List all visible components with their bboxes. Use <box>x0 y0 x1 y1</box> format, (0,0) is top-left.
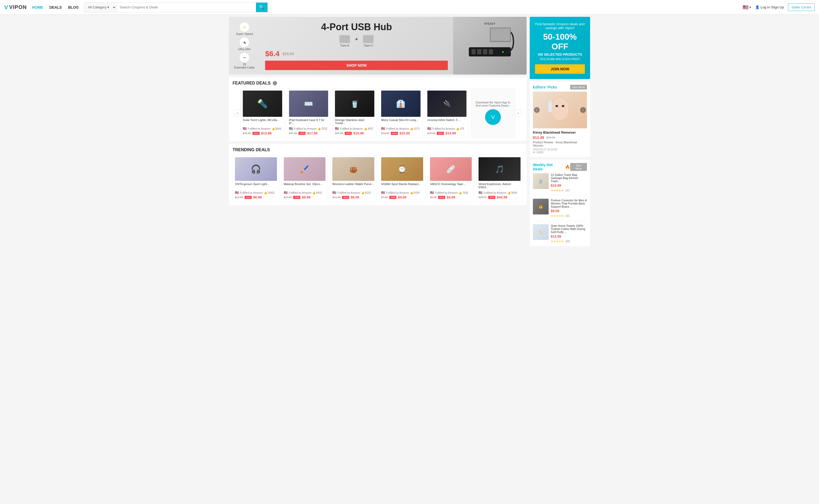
trending-meta-1: 🇺🇸 Fulfilled by Amazon 👍 8432 <box>284 191 326 195</box>
svg-point-12 <box>549 99 551 102</box>
hot-deal-1[interactable]: 🦺 Posture Corrector for Men & Women That… <box>533 199 587 221</box>
sold-count-1: 👍 3752 <box>318 127 327 130</box>
trending-name-1: Makeup Brushes Set, 10pcs... <box>284 182 326 190</box>
trending-name-5: Wired Earphones, Adorer EM10... <box>479 182 521 190</box>
featured-deal-2[interactable]: 🥤 Dininge Stainless steel Tumbl... 🇺🇸 Fu… <box>333 88 377 138</box>
trending-meta-4: 🇺🇸 Fulfilled by Amazon 👍 7635 <box>430 191 472 195</box>
search-input[interactable] <box>117 3 256 12</box>
hot-deal-name-2: Qute Home Towels 100% Turkish Cotton Bat… <box>551 224 587 234</box>
deal-image-4: 🔌 <box>427 91 467 117</box>
featured-next-arrow[interactable]: › <box>515 109 522 117</box>
shop-now-button[interactable]: SHOP NOW <box>265 61 448 70</box>
editors-picks-see-more[interactable]: See More <box>570 85 587 90</box>
hero-features: ⚡ Super Speed 🔌 Ultra-Slim 〰️ 2ft Extend… <box>229 17 260 74</box>
discount-badge-2: -50% <box>345 132 352 135</box>
hero-banner: ⚡ Super Speed 🔌 Ultra-Slim 〰️ 2ft Extend… <box>229 17 527 75</box>
sale-price-4: $14.99 <box>445 131 456 135</box>
trending-orig-0: $13.99 <box>235 196 243 199</box>
featured-deal-4[interactable]: 🔌 mrocioa Hdmi Switch, 5 ... 🇺🇸 Fulfille… <box>425 88 469 138</box>
category-dropdown[interactable]: All Category ▾ <box>84 3 117 12</box>
feature-ultra-slim: 🔌 Ultra-Slim <box>234 38 255 51</box>
headphone-icon: 🎧 <box>251 164 261 174</box>
weekly-hot-see-more[interactable]: See More <box>570 163 587 171</box>
flag-us-1: 🇺🇸 <box>289 127 293 130</box>
editors-picks-title: Editors' Picks <box>533 85 557 89</box>
join-now-button[interactable]: JOIN NOW <box>535 64 585 74</box>
header-right: 🇺🇸 ▾ 👤 Log in /Sign Up Seller Center <box>743 3 815 11</box>
language-selector[interactable]: 🇺🇸 ▾ <box>743 4 751 10</box>
nav-blog[interactable]: BLOG <box>68 5 78 9</box>
trending-flag-2: 🇺🇸 <box>332 191 336 195</box>
blackhead-remover-svg <box>544 94 576 126</box>
hot-deal-2[interactable]: 🏷️ Qute Home Towels 100% Turkish Cotton … <box>533 224 587 243</box>
thumbs-up-icon-t1: 👍 <box>312 191 316 194</box>
nav-home[interactable]: HOME <box>32 5 43 9</box>
info-icon[interactable]: i <box>273 81 277 85</box>
trending-deal-4[interactable]: 🩹 VANCIC Kinesiology Tape ... 🇺🇸 Fulfill… <box>428 155 474 202</box>
hot-deal-rating-1: ★★★★★ 301 <box>551 214 587 218</box>
stars-2: ★★★★★ <box>551 240 564 243</box>
editors-prev-arrow[interactable]: ‹ <box>534 107 540 113</box>
weekly-hot-title: Weekly Hot Deals <box>533 163 563 171</box>
deal-image-1: ⌨️ <box>289 91 328 117</box>
deal-name-0: Solar Torch Lights, MCvilla... <box>243 118 282 126</box>
towel-icon: 🏷️ <box>539 230 543 234</box>
discount-badge-3: -50% <box>391 132 398 135</box>
featured-deal-1[interactable]: ⌨️ iPad Keyboard Case 9.7 for iP... 🇺🇸 F… <box>287 88 331 138</box>
login-button[interactable]: 👤 Log in /Sign Up <box>755 5 784 9</box>
logo-text: VIPON <box>9 4 27 10</box>
logo[interactable]: V VIPON <box>4 4 27 11</box>
svg-point-7 <box>502 51 504 53</box>
deal-meta-2: 🇺🇸 Fulfilled by Amazon 👍 3837 <box>335 127 374 130</box>
torch-icon: 🔦 <box>257 99 268 109</box>
thumbs-up-icon-0: 👍 <box>272 127 275 130</box>
left-content: ⚡ Super Speed 🔌 Ultra-Slim 〰️ 2ft Extend… <box>229 17 527 246</box>
usb-type-c: Type-C <box>363 35 374 47</box>
seller-center-button[interactable]: Seller Center <box>788 3 815 11</box>
editors-pick-old-price: $24.99 <box>546 136 555 139</box>
usb-hub-svg <box>464 26 516 68</box>
search-button[interactable]: 🔍 <box>256 3 267 12</box>
trending-deal-0[interactable]: 🎧 ONTA gorsun Sport Light... 🇺🇸 Fulfille… <box>233 155 279 202</box>
flag-us-4: 🇺🇸 <box>427 127 431 130</box>
feature-super-speed: ⚡ Super Speed <box>234 22 255 35</box>
featured-deal-0[interactable]: 🔦 Solar Torch Lights, MCvilla... 🇺🇸 Fulf… <box>240 88 285 138</box>
trending-sold-3: 👍 5434 <box>410 191 419 194</box>
deal-pricing-2: $20.99 -50% $10.49 <box>335 131 374 135</box>
hot-deal-0[interactable]: 🗑️ 13 Gallon Trash Bag Garbage Bag Kitch… <box>533 173 587 196</box>
trending-deal-3[interactable]: ⌚ HSWAI Sport Bands Replace... 🇺🇸 Fulfil… <box>379 155 426 202</box>
original-price-4: $29.99 <box>427 132 435 135</box>
editors-next-arrow[interactable]: › <box>580 107 586 113</box>
sale-price-2: $10.49 <box>353 131 364 135</box>
app-promo-card[interactable]: Download the Vipon App to find more Feat… <box>471 88 515 138</box>
deal-name-3: Mens Casual Slim-Fit Long... <box>381 118 421 126</box>
trending-orig-4: $9.98 <box>430 196 437 199</box>
trending-deals-section: TRENDING DEALS 🎧 ONTA gorsun Sport Light… <box>229 144 527 205</box>
trending-sale-1: $6.99 <box>302 195 311 199</box>
nav-deals[interactable]: DEALS <box>49 5 62 9</box>
trending-sold-0: 👍 23452 <box>264 191 275 194</box>
hot-deal-price-1: $9.50 <box>551 209 587 213</box>
svg-rect-6 <box>491 28 510 41</box>
hot-deal-price-2: $12.99 <box>551 234 587 238</box>
featured-prev-arrow[interactable]: ‹ <box>234 109 241 117</box>
trending-deal-1[interactable]: 🖌️ Makeup Brushes Set, 10pcs... 🇺🇸 Fulfi… <box>281 155 328 202</box>
svg-rect-1 <box>471 49 476 54</box>
deal-meta-1: 🇺🇸 Fulfilled by Amazon 👍 3752 <box>289 127 328 130</box>
trending-pricing-1: $13.99 -50% $6.99 <box>284 195 326 199</box>
thumbs-up-icon-t0: 👍 <box>264 191 267 194</box>
featured-deal-3[interactable]: 👔 Mens Casual Slim-Fit Long... 🇺🇸 Fulfil… <box>379 88 423 138</box>
deal-name-1: iPad Keyboard Case 9.7 for iP... <box>289 118 328 126</box>
weekly-hot-header: Weekly Hot Deals 🔥 See More <box>533 163 587 171</box>
trending-pricing-2: $11.99 -50% $6.00 <box>332 195 374 199</box>
trending-deal-2[interactable]: 👜 Womens Leather Wallet Purse... 🇺🇸 Fulf… <box>330 155 377 202</box>
posture-icon: 🦺 <box>539 205 543 209</box>
trending-orig-3: $7.99 <box>381 196 388 199</box>
original-price-1: $34.99 <box>289 132 297 135</box>
earphone-icon: 🎵 <box>495 165 504 174</box>
svg-rect-4 <box>489 49 493 54</box>
sale-price-0: $13.88 <box>261 131 272 135</box>
trending-deal-5[interactable]: 🎵 Wired Earphones, Adorer EM10... 🇺🇸 Ful… <box>476 155 523 202</box>
trending-sold-5: 👍 5849 <box>507 191 517 194</box>
hot-deal-price-0: $10.99 <box>551 183 587 187</box>
